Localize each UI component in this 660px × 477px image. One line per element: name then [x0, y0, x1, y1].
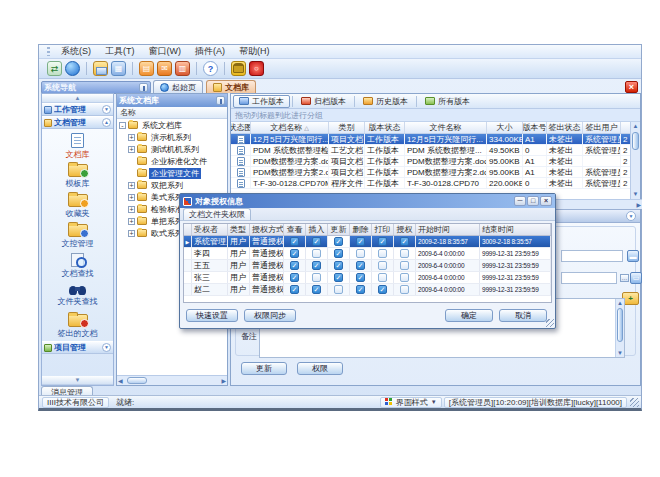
column-header[interactable]: 大小 — [487, 122, 523, 133]
column-header[interactable]: 签出用户 — [583, 122, 621, 133]
expand-icon[interactable]: + — [128, 182, 135, 189]
table-row[interactable]: 张三用户普通授权2009-6-4 0:00:009999-12-31 23:59… — [184, 272, 551, 284]
checkbox-update[interactable] — [334, 237, 343, 246]
checkbox-grant[interactable] — [400, 249, 409, 258]
checkbox-view[interactable] — [290, 285, 299, 294]
checkbox-print[interactable] — [378, 285, 387, 294]
close-icon[interactable]: × — [540, 196, 552, 206]
tree-horizontal-scrollbar[interactable]: ◀ ▶ — [117, 375, 227, 385]
update-button[interactable]: 更新 — [241, 362, 287, 375]
tree-column-header[interactable]: 名称 — [117, 107, 227, 119]
maximize-icon[interactable]: □ — [527, 196, 539, 206]
minimize-icon[interactable]: ─ — [514, 196, 526, 206]
checkbox-print[interactable] — [378, 249, 387, 258]
globe-icon[interactable] — [65, 61, 80, 76]
tab-start-page[interactable]: 起始页 — [153, 80, 203, 93]
tree-node[interactable]: +双把系列 — [117, 179, 227, 191]
menu-item-help[interactable]: 帮助(H) — [232, 45, 277, 58]
stop-icon[interactable] — [249, 61, 264, 76]
column-header[interactable]: 查看 — [284, 224, 306, 235]
column-header[interactable]: 版本状态 — [365, 122, 405, 133]
sync-icon[interactable] — [47, 61, 62, 76]
checkbox-delete[interactable] — [356, 285, 365, 294]
table-row[interactable]: PDM数据整理方案2.doc项目文档工作版本PDM数据整理方案2.doc95.0… — [231, 167, 632, 178]
sidebar-group-work[interactable]: 工作管理 ▼ — [42, 103, 113, 116]
sidebar-group-project[interactable]: 项目管理 ▼ — [42, 341, 113, 354]
table-row[interactable]: PDM数据整理方案.doc项目文档工作版本PDM数据整理方案.doc95.00K… — [231, 156, 632, 167]
column-header[interactable]: 类别 — [329, 122, 365, 133]
lock-icon[interactable] — [231, 61, 246, 76]
expand-icon[interactable]: + — [128, 218, 135, 225]
checkbox-insert[interactable] — [312, 249, 321, 258]
ui-style-button[interactable]: 界面样式 ▼ — [380, 397, 442, 408]
pin-icon[interactable] — [139, 83, 148, 92]
cancel-button[interactable]: 取消 — [499, 309, 547, 322]
tab-doc-library[interactable]: 文档库 — [206, 80, 256, 93]
tree-node[interactable]: -系统文档库 — [117, 119, 227, 131]
column-header[interactable]: 开始时间 — [416, 224, 480, 235]
collapse-icon[interactable]: - — [119, 122, 126, 129]
sidebar-item-doc-control[interactable]: 文控管理 — [42, 222, 113, 252]
checkbox-insert[interactable] — [312, 285, 321, 294]
column-header[interactable]: 打印 — [372, 224, 394, 235]
help-icon[interactable] — [203, 61, 218, 76]
column-header[interactable]: 版本号 — [523, 122, 547, 133]
scroll-down-icon[interactable]: ▼ — [631, 190, 640, 199]
doc-new-icon[interactable] — [139, 61, 154, 76]
permission-button[interactable]: 权限 — [297, 362, 343, 375]
expand-icon[interactable]: + — [128, 194, 135, 201]
scroll-up-icon[interactable]: ▲ — [631, 122, 640, 131]
version-tab-history[interactable]: 历史版本 — [357, 95, 414, 108]
chevron-down-icon[interactable]: ▼ — [102, 105, 111, 114]
sidebar-item-checked-out-docs[interactable]: 签出的文档 — [42, 311, 113, 341]
table-row[interactable]: ▶系统管理员用户普通授权2009-2-18 8:35:573009-2-18 8… — [184, 236, 551, 248]
tree-panel-header[interactable]: 系统文档库 — [117, 94, 227, 107]
checkbox-print[interactable] — [378, 237, 387, 246]
version-tab-all[interactable]: 所有版本 — [419, 95, 476, 108]
checkbox-insert[interactable] — [312, 237, 321, 246]
menu-item-window[interactable]: 窗口(W) — [142, 45, 189, 58]
sidebar-item-favorites[interactable]: 收藏夹 — [42, 192, 113, 222]
expand-icon[interactable]: + — [128, 206, 135, 213]
checkbox-insert[interactable] — [312, 273, 321, 282]
field-browse-icon[interactable]: ▭ — [630, 272, 642, 284]
column-header[interactable]: 插入 — [306, 224, 328, 235]
column-header[interactable]: 签出状态 — [547, 122, 583, 133]
expand-icon[interactable]: + — [128, 230, 135, 237]
ok-button[interactable]: 确定 — [445, 309, 493, 322]
checkbox-view[interactable] — [290, 249, 299, 258]
sidebar-collapse-strip[interactable]: ▲ — [42, 94, 113, 103]
scroll-right-icon[interactable]: ▶ — [221, 377, 226, 385]
scroll-left-icon[interactable]: ◀ — [118, 377, 123, 385]
checkbox-delete[interactable] — [356, 261, 365, 270]
column-header[interactable]: 文件名称 — [405, 122, 487, 133]
dialog-title-bar[interactable]: 对象授权信息 ─□× — [180, 194, 555, 208]
scrollbar-thumb[interactable] — [127, 377, 147, 384]
column-header[interactable]: 状态图 — [231, 122, 251, 133]
version-tab-working[interactable]: 工作版本 — [233, 95, 290, 108]
folder-view-icon[interactable] — [111, 61, 126, 76]
column-header[interactable]: 类型 — [228, 224, 250, 235]
checkbox-update[interactable] — [334, 285, 343, 294]
folder-open-icon[interactable] — [93, 61, 108, 76]
chevron-down-icon[interactable]: ▼ — [102, 343, 111, 352]
checkbox-view[interactable] — [290, 237, 299, 246]
checkbox-delete[interactable] — [356, 273, 365, 282]
checkbox-view[interactable] — [290, 261, 299, 270]
sidebar-item-doc-search[interactable]: 文档查找 — [42, 251, 113, 281]
chevron-up-icon[interactable]: ▲ — [102, 118, 111, 127]
doc-report-icon[interactable] — [175, 61, 190, 76]
scroll-right-icon[interactable]: ▶ — [636, 201, 641, 209]
checkbox-print[interactable] — [378, 273, 387, 282]
checkbox-delete[interactable] — [356, 237, 365, 246]
expand-icon[interactable]: + — [128, 134, 135, 141]
checkbox-delete[interactable] — [356, 249, 365, 258]
column-header[interactable]: 受权者 — [192, 224, 228, 235]
checkbox-update[interactable] — [334, 249, 343, 258]
table-row[interactable]: 李四用户普通授权2009-6-4 0:00:009999-12-31 23:59… — [184, 248, 551, 260]
menu-item-plugins[interactable]: 插件(A) — [188, 45, 232, 58]
scroll-up-icon[interactable]: ▲ — [616, 299, 624, 307]
tree-node[interactable]: +测试机机系列 — [117, 143, 227, 155]
column-header[interactable]: 删除 — [350, 224, 372, 235]
table-row[interactable]: 12月5日万兴隆同行...项目文档工作版本12月5日万兴隆同行...334.00… — [231, 134, 632, 145]
